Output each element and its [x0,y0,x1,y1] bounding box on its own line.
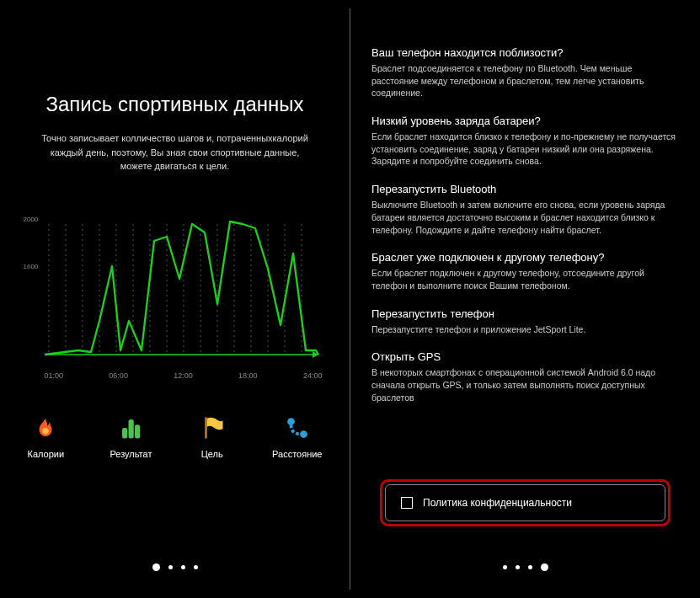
feature-row: Калории Результат Цель Расстояние [28,414,323,459]
svg-rect-20 [129,419,134,439]
policy-label: Политика конфиденциальности [423,497,572,509]
page-dot [194,565,198,569]
help-body: Если браслет находится близко к телефону… [371,131,679,168]
help-body: Выключите Bluetooth и затем включите его… [371,199,679,236]
activity-chart: 2000 1600 01:00 06:00 12:00 18:00 24:00 [28,216,323,367]
pager-right[interactable] [503,563,548,571]
page-dot [152,563,160,571]
svg-point-24 [300,430,307,438]
help-section: Перезапустить Bluetooth Выключите Blueto… [371,183,679,236]
help-body: Перезапустите телефон и приложение JetSp… [371,323,679,336]
y-tick: 2000 [24,216,39,223]
feature-result[interactable]: Результат [110,414,152,459]
feature-calories[interactable]: Калории [28,414,65,459]
feature-label: Цель [201,449,223,459]
x-tick: 01:00 [45,371,64,380]
help-section: Перезапустить телефон Перезапустите теле… [371,307,679,336]
policy-highlight: Политика конфиденциальности [380,479,671,526]
help-body: Браслет подсоединяется к телефону по Blu… [371,62,679,99]
help-section: Открыть GPS В некоторых смартфонах с опе… [371,350,679,403]
bars-icon [116,414,145,442]
page-dot [181,565,185,569]
help-title: Перезапустить Bluetooth [371,183,679,195]
svg-point-23 [287,418,295,425]
svg-rect-19 [122,428,127,439]
page-dot [541,563,548,571]
privacy-policy-row[interactable]: Политика конфиденциальности [385,484,665,521]
help-section: Ваш телефон находится поблизости? Брасле… [371,46,679,99]
help-section: Браслет уже подключен к другому телефону… [371,251,679,291]
x-tick: 12:00 [174,371,193,380]
feature-label: Результат [110,449,152,459]
flag-icon [198,414,227,442]
help-title: Перезапустить телефон [371,307,679,320]
svg-rect-22 [205,417,207,438]
help-title: Низкий уровень заряда батареи? [371,115,679,127]
help-body: В некоторых смартфонах с операционной си… [371,366,679,403]
feature-goal[interactable]: Цель [198,414,227,459]
right-panel: Ваш телефон находится поблизости? Брасле… [350,0,700,598]
svg-rect-21 [135,424,140,438]
svg-point-18 [43,428,50,435]
feature-label: Калории [28,449,65,459]
help-title: Открыть GPS [371,350,679,363]
y-tick: 1600 [24,263,39,270]
x-tick: 06:00 [109,371,128,380]
page-dot [168,565,173,569]
left-panel: Запись спортивных данных Точно записывае… [0,0,350,598]
help-body: Если браслет подключен к другому телефон… [371,267,679,291]
route-icon [283,414,312,442]
page-dot [503,565,507,569]
flame-icon [31,414,60,442]
x-tick: 24:00 [303,371,323,380]
help-title: Ваш телефон находится поблизости? [371,46,679,59]
feature-distance[interactable]: Расстояние [272,414,322,459]
page-title: Запись спортивных данных [45,93,303,116]
page-subtitle: Точно записывает колличество шагов и, по… [40,131,310,174]
page-dot [516,565,520,569]
help-title: Браслет уже подключен к другому телефону… [371,251,679,264]
x-tick: 18:00 [238,371,258,380]
pager-left[interactable] [152,563,198,571]
policy-checkbox[interactable] [401,497,413,509]
feature-label: Расстояние [272,449,322,459]
help-section: Низкий уровень заряда батареи? Если брас… [371,115,679,168]
page-dot [528,565,532,569]
